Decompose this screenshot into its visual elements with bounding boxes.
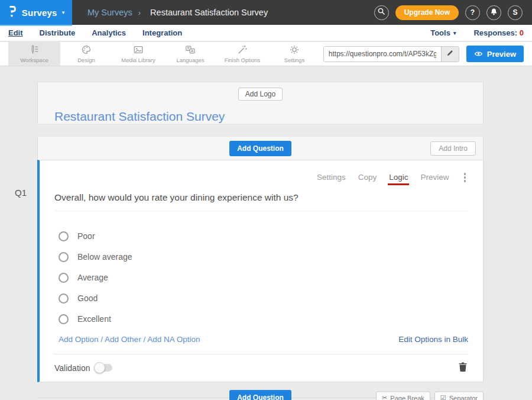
separator-label: Separator xyxy=(449,394,478,400)
questionpro-logo-icon xyxy=(8,5,17,20)
option-links-row: Add Option / Add Other / Add NA Option E… xyxy=(53,335,468,344)
checkbox-icon: ☑ xyxy=(440,394,446,400)
survey-title[interactable]: Restaurant Satisfaction Survey xyxy=(54,109,483,124)
add-question-button-bottom[interactable]: Add Question xyxy=(229,390,291,400)
responses-counter[interactable]: Responses: 0 xyxy=(473,28,524,37)
responses-label: Responses: xyxy=(473,28,517,37)
validation-label: Validation xyxy=(54,363,90,373)
eye-icon xyxy=(474,50,483,59)
trash-icon xyxy=(459,365,467,374)
link-separator: / xyxy=(100,335,103,344)
tab-integration[interactable]: Integration xyxy=(142,28,182,37)
toolbar-item-label: Design xyxy=(77,57,95,63)
add-other-link[interactable]: Add Other xyxy=(105,335,141,344)
tools-menu[interactable]: Tools ▾ xyxy=(430,28,456,37)
question-logic-link[interactable]: Logic xyxy=(389,173,408,182)
tab-distribute[interactable]: Distribute xyxy=(40,28,76,37)
add-option-link[interactable]: Add Option xyxy=(59,335,99,344)
breadcrumb: My Surveys › Restaurant Satisfaction Sur… xyxy=(87,8,268,17)
workspace-icon xyxy=(29,44,40,55)
toolbar-item-label: Languages xyxy=(176,57,204,63)
add-logo-button[interactable]: Add Logo xyxy=(238,88,283,101)
upgrade-now-button[interactable]: Upgrade Now xyxy=(395,5,459,20)
preview-button[interactable]: Preview xyxy=(466,46,524,62)
page-break-button[interactable]: ✂ Page Break xyxy=(376,392,430,400)
add-question-button-top[interactable]: Add Question xyxy=(229,141,291,156)
option-label[interactable]: Below average xyxy=(77,252,132,262)
share-url-input[interactable] xyxy=(324,47,441,62)
toolbar-item-settings[interactable]: Settings xyxy=(268,42,320,66)
radio-button[interactable] xyxy=(59,273,69,283)
question-settings-link[interactable]: Settings xyxy=(317,173,346,182)
question-preview-link[interactable]: Preview xyxy=(420,173,449,182)
toolbar-item-label: Media Library xyxy=(121,57,155,63)
radio-button[interactable] xyxy=(59,314,69,324)
option-label[interactable]: Poor xyxy=(77,231,95,241)
survey-editor-canvas: Q1 Add Logo Restaurant Satisfaction Surv… xyxy=(0,67,532,400)
add-intro-button[interactable]: Add Intro xyxy=(430,141,476,156)
question-number: Q1 xyxy=(15,188,27,198)
option-row: Below average xyxy=(53,247,468,267)
toolbar-item-media-library[interactable]: Media Library xyxy=(112,42,164,66)
responses-count: 0 xyxy=(520,28,524,37)
tools-label: Tools xyxy=(430,28,450,37)
chevron-down-icon: ▾ xyxy=(62,9,65,15)
option-label[interactable]: Good xyxy=(77,293,98,303)
radio-button[interactable] xyxy=(59,252,69,262)
preview-label: Preview xyxy=(487,50,516,59)
toolbar-item-label: Settings xyxy=(284,57,304,63)
product-switcher[interactable]: Surveys ▾ xyxy=(0,0,72,25)
toolbar-item-design[interactable]: Design xyxy=(60,42,112,66)
toolbar-item-workspace[interactable]: Workspace xyxy=(8,42,60,66)
question-card: Settings Copy Logic Preview Overall, how… xyxy=(37,160,484,382)
chevron-down-icon: ▾ xyxy=(453,30,456,36)
toolbar-item-languages[interactable]: Languages xyxy=(164,42,216,66)
add-question-row-bottom: Add Question ✂ Page Break ☑ Separator xyxy=(37,390,484,400)
validation-toggle[interactable] xyxy=(95,364,112,372)
option-row: Average xyxy=(53,267,468,288)
question-action-menu: Settings Copy Logic Preview xyxy=(53,160,468,183)
tab-analytics[interactable]: Analytics xyxy=(92,28,126,37)
notifications-button[interactable] xyxy=(486,5,501,20)
toolbar-item-finish-options[interactable]: Finish Options xyxy=(216,42,268,66)
add-question-row-top: Add Question Add Intro xyxy=(37,136,484,160)
option-label[interactable]: Excellent xyxy=(77,314,111,324)
share-url-group xyxy=(323,46,459,62)
breadcrumb-my-surveys[interactable]: My Surveys xyxy=(87,8,132,17)
kebab-menu-icon[interactable] xyxy=(462,172,469,183)
pencil-icon xyxy=(446,49,454,59)
avatar[interactable]: S xyxy=(508,5,523,20)
search-button[interactable] xyxy=(374,5,389,20)
image-icon xyxy=(133,44,144,55)
avatar-initial: S xyxy=(512,8,517,17)
delete-question-button[interactable] xyxy=(458,361,468,375)
separator-button[interactable]: ☑ Separator xyxy=(434,392,484,400)
nav-accent-line xyxy=(0,25,72,26)
section-nav: Edit Distribute Analytics Integration To… xyxy=(0,25,532,41)
radio-button[interactable] xyxy=(59,293,69,304)
question-copy-link[interactable]: Copy xyxy=(358,173,377,182)
translate-icon xyxy=(185,44,196,55)
survey-header-section: Add Logo Restaurant Satisfaction Survey xyxy=(37,82,484,124)
survey-card: Add Logo Restaurant Satisfaction Survey … xyxy=(37,82,484,400)
wand-icon xyxy=(237,44,248,55)
add-na-option-link[interactable]: Add NA Option xyxy=(147,335,200,344)
validation-row: Validation xyxy=(53,354,468,382)
nav-tabs: Edit Distribute Analytics Integration xyxy=(0,28,182,37)
gear-icon xyxy=(289,44,300,55)
question-text[interactable]: Overall, how would you rate your dining … xyxy=(54,192,467,211)
radio-button[interactable] xyxy=(59,231,69,241)
toolbar-item-label: Finish Options xyxy=(225,57,261,63)
link-separator: / xyxy=(143,335,145,344)
edit-options-in-bulk-link[interactable]: Edit Options in Bulk xyxy=(398,335,468,344)
toggle-knob xyxy=(94,362,105,373)
breadcrumb-separator-icon: › xyxy=(138,8,141,17)
help-button[interactable]: ? xyxy=(465,5,480,20)
edit-url-button[interactable] xyxy=(441,46,459,62)
top-header: Surveys ▾ My Surveys › Restaurant Satisf… xyxy=(0,0,532,25)
option-row: Excellent xyxy=(53,309,468,330)
search-icon xyxy=(378,8,385,17)
tab-edit[interactable]: Edit xyxy=(8,28,23,37)
option-label[interactable]: Average xyxy=(77,273,108,282)
toolbar-right: Preview xyxy=(323,42,532,66)
